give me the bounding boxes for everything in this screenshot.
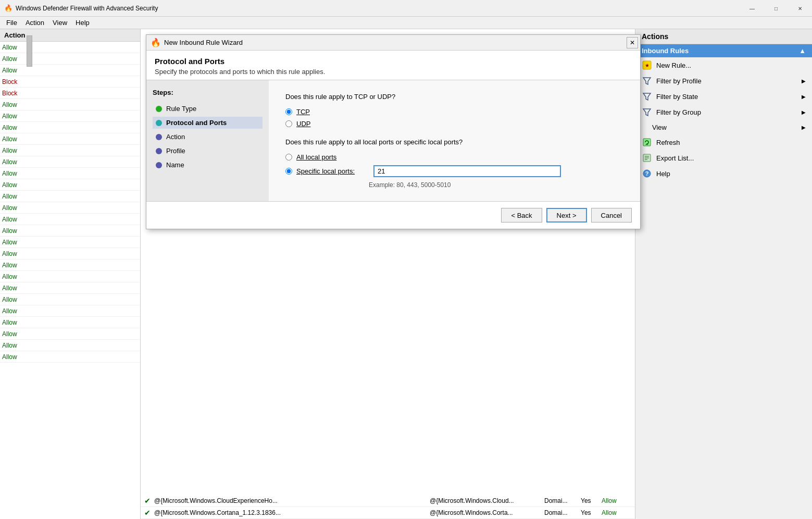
step-label-protocol-ports: Protocol and Ports xyxy=(166,119,227,127)
rule-action: Allow xyxy=(602,497,633,504)
svg-marker-4 xyxy=(643,109,651,116)
udp-radio-item: UDP xyxy=(285,120,623,128)
export-list-label: Export List... xyxy=(656,154,694,162)
list-item[interactable]: Allow xyxy=(0,317,140,328)
rules-panel: Action Allow Allow Allow Block Block All… xyxy=(0,29,141,519)
menu-file[interactable]: File xyxy=(2,18,21,28)
app-title: Windows Defender Firewall with Advanced … xyxy=(16,5,158,12)
view-arrow: ▶ xyxy=(802,125,806,130)
list-item[interactable]: Block xyxy=(0,88,140,99)
list-item[interactable]: Allow xyxy=(0,214,140,225)
menu-help[interactable]: Help xyxy=(71,18,94,28)
inbound-rules-arrow: ▲ xyxy=(799,47,806,55)
list-item[interactable]: Allow xyxy=(0,351,140,363)
list-item[interactable]: Allow xyxy=(0,340,140,351)
filter-by-state-item[interactable]: Filter by State ▶ xyxy=(635,89,812,104)
export-list-item[interactable]: Export List... xyxy=(635,150,812,166)
app-icon: 🔥 xyxy=(4,4,13,13)
rule-profile: Domai... xyxy=(544,497,581,504)
svg-marker-3 xyxy=(643,93,651,100)
main-layout: Action Allow Allow Allow Block Block All… xyxy=(0,29,812,519)
list-item[interactable]: Allow xyxy=(0,168,140,179)
step-dot-profile xyxy=(156,148,162,154)
list-item[interactable]: Allow xyxy=(0,260,140,271)
tcp-radio-item: TCP xyxy=(285,108,623,116)
all-ports-radio[interactable] xyxy=(285,154,292,160)
menu-view[interactable]: View xyxy=(48,18,71,28)
cancel-button[interactable]: Cancel xyxy=(591,208,632,223)
filter-by-state-icon xyxy=(642,91,652,102)
maximize-button[interactable]: □ xyxy=(764,0,788,17)
specific-ports-row: Specific local ports: xyxy=(285,165,623,177)
filter-by-profile-item[interactable]: Filter by Profile ▶ xyxy=(635,73,812,89)
list-item[interactable]: Allow xyxy=(0,225,140,237)
list-item[interactable]: Allow xyxy=(0,110,140,122)
refresh-item[interactable]: Refresh xyxy=(635,134,812,150)
help-label: Help xyxy=(656,170,670,178)
list-item[interactable]: Allow xyxy=(0,145,140,156)
list-item[interactable]: Allow xyxy=(0,179,140,191)
scrollbar-thumb[interactable] xyxy=(27,35,32,67)
list-item[interactable]: Allow xyxy=(0,65,140,76)
dialog-close-button[interactable]: ✕ xyxy=(627,37,638,48)
list-item[interactable]: Allow xyxy=(0,42,140,53)
list-item[interactable]: Allow xyxy=(0,305,140,317)
list-item[interactable]: Allow xyxy=(0,122,140,133)
list-item[interactable]: Allow xyxy=(0,202,140,214)
all-ports-label[interactable]: All local ports xyxy=(296,153,336,161)
step-label-rule-type: Rule Type xyxy=(166,105,196,113)
menu-action[interactable]: Action xyxy=(21,18,48,28)
minimize-button[interactable]: — xyxy=(740,0,764,17)
inbound-rules-label: Inbound Rules xyxy=(642,47,689,55)
rules-list[interactable]: Allow Allow Allow Block Block Allow Allo… xyxy=(0,42,140,517)
dialog-icon: 🔥 xyxy=(151,38,161,47)
list-item[interactable]: Allow xyxy=(0,156,140,168)
udp-label[interactable]: UDP xyxy=(296,120,310,128)
help-item[interactable]: ? Help xyxy=(635,166,812,181)
tcp-label[interactable]: TCP xyxy=(296,108,310,116)
filter-by-state-label: Filter by State xyxy=(656,93,698,101)
list-item[interactable]: Allow xyxy=(0,282,140,294)
step-label-name: Name xyxy=(166,161,184,169)
list-item[interactable]: Allow xyxy=(0,191,140,202)
next-button[interactable]: Next > xyxy=(546,208,587,223)
back-button[interactable]: < Back xyxy=(501,208,542,223)
port-number-input[interactable] xyxy=(373,165,561,177)
all-ports-row: All local ports xyxy=(285,153,623,161)
filter-by-group-item[interactable]: Filter by Group ▶ xyxy=(635,104,812,120)
table-row[interactable]: ✔ @{Microsoft.Windows.CloudExperienceHo.… xyxy=(141,495,635,507)
window-controls: — □ ✕ xyxy=(740,0,812,17)
list-item[interactable]: Allow xyxy=(0,328,140,340)
port-example: Example: 80, 443, 5000-5010 xyxy=(369,181,623,189)
table-row[interactable]: ✔ @{Microsoft.Windows.Cortana_1.12.3.183… xyxy=(141,507,635,519)
tcp-radio[interactable] xyxy=(285,108,292,115)
actions-panel: Actions Inbound Rules ▲ ★ New Rule... xyxy=(635,29,812,519)
list-item[interactable]: Allow xyxy=(0,294,140,305)
dialog-title: New Inbound Rule Wizard xyxy=(164,39,243,46)
new-rule-item[interactable]: ★ New Rule... xyxy=(635,57,812,73)
app-close-button[interactable]: ✕ xyxy=(788,0,812,17)
view-item[interactable]: View ▶ xyxy=(635,120,812,134)
list-item[interactable]: Allow xyxy=(0,99,140,110)
menu-bar: File Action View Help xyxy=(0,17,812,29)
rule-enabled: Yes xyxy=(581,497,602,504)
udp-radio[interactable] xyxy=(285,120,292,127)
list-item[interactable]: Allow xyxy=(0,53,140,65)
actions-header: Actions xyxy=(635,29,812,44)
step-rule-type: Rule Type xyxy=(153,103,263,115)
ports-radio-group: All local ports Specific local ports: Ex… xyxy=(285,153,623,189)
list-item[interactable]: Allow xyxy=(0,133,140,145)
list-item[interactable]: Allow xyxy=(0,237,140,248)
list-item[interactable]: Allow xyxy=(0,271,140,282)
specific-ports-radio[interactable] xyxy=(285,168,292,175)
svg-text:★: ★ xyxy=(645,63,649,68)
dialog-content: Protocol and Ports Specify the protocols… xyxy=(146,51,640,229)
filter-by-group-arrow: ▶ xyxy=(802,109,806,115)
inbound-rules-section[interactable]: Inbound Rules ▲ xyxy=(635,44,812,57)
list-item[interactable]: Allow xyxy=(0,248,140,260)
view-label: View xyxy=(652,123,667,131)
step-profile: Profile xyxy=(153,145,263,157)
specific-ports-label[interactable]: Specific local ports: xyxy=(296,167,369,175)
title-bar: 🔥 Windows Defender Firewall with Advance… xyxy=(0,0,812,17)
list-item[interactable]: Block xyxy=(0,76,140,88)
